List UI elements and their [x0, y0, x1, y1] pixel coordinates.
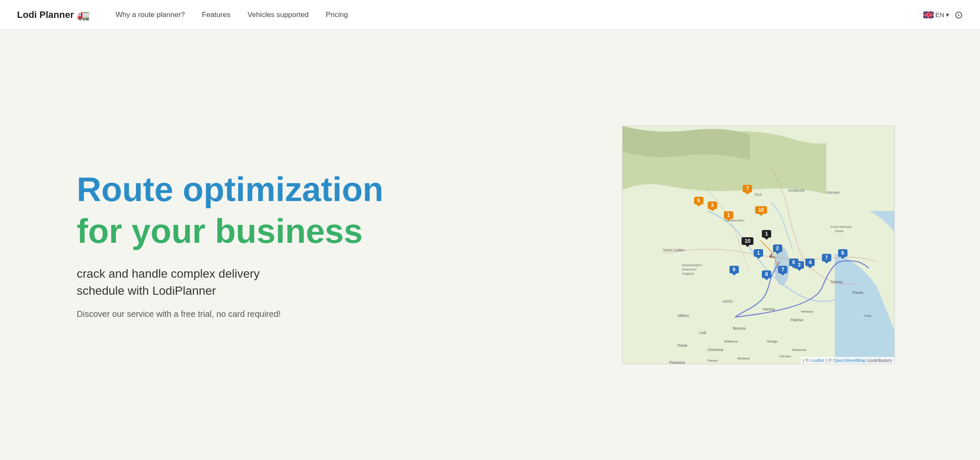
- hero-subtitle: crack and handle complex delivery schedu…: [77, 265, 383, 299]
- language-button[interactable]: EN ▾: [923, 11, 949, 19]
- map-container[interactable]: Sankt Gallen Liechtenstein Tirol Innsbru…: [622, 126, 895, 364]
- hero-section: Route optimization for your business cra…: [0, 30, 980, 460]
- attribution-suffix: contributors: [868, 358, 892, 363]
- marker-blue-3: 3: [795, 261, 804, 269]
- chevron-down-icon: ▾: [946, 11, 949, 19]
- nav-item-features[interactable]: Features: [202, 11, 231, 19]
- user-icon[interactable]: ⊙: [954, 9, 963, 21]
- marker-blue-2: 2: [773, 244, 782, 252]
- logo-text: Lodi Planner: [17, 9, 74, 20]
- marker-blue-8: 8: [762, 270, 771, 278]
- nav-right: EN ▾ ⊙: [923, 9, 963, 21]
- marker-black-1: 1: [762, 230, 771, 238]
- uk-flag-icon: [923, 12, 934, 18]
- hero-title-line2: for your business: [77, 213, 383, 250]
- marker-orange-10: 10: [755, 206, 767, 214]
- marker-orange-5: 5: [694, 197, 703, 204]
- hero-text: Route optimization for your business cra…: [77, 171, 383, 319]
- nav-link-pricing[interactable]: Pricing: [326, 11, 348, 19]
- nav-item-pricing[interactable]: Pricing: [326, 11, 348, 19]
- marker-orange-7: 7: [743, 185, 752, 193]
- nav-link-vehicles[interactable]: Vehicles supported: [248, 11, 309, 19]
- nav-item-vehicles[interactable]: Vehicles supported: [248, 11, 309, 19]
- marker-blue-7a: 7: [778, 266, 787, 273]
- osm-link[interactable]: OpenStreetMap: [833, 358, 866, 363]
- marker-blue-6b: 6: [838, 249, 847, 257]
- marker-blue-9: 9: [729, 266, 739, 273]
- marker-orange-1: 1: [724, 211, 733, 219]
- nav-link-features[interactable]: Features: [202, 11, 231, 19]
- marker-blue-4: 4: [805, 259, 815, 266]
- map-markers: 5 3 1 7 10 10 1 1: [623, 126, 894, 364]
- marker-blue-1: 1: [754, 249, 763, 257]
- marker-blue-7b: 7: [822, 254, 831, 262]
- hero-cta: Discover our service with a free trial, …: [77, 309, 383, 319]
- hero-title-line1: Route optimization: [77, 171, 383, 208]
- map-attribution: | © Leaflet | © OpenStreetMap contributo…: [801, 357, 894, 364]
- leaflet-link[interactable]: Leaflet: [810, 358, 824, 363]
- marker-orange-3: 3: [708, 201, 717, 209]
- marker-black-10: 10: [742, 237, 753, 245]
- logo-truck-icon: 🚛: [77, 9, 90, 21]
- navbar: Lodi Planner 🚛 Why a route planner? Feat…: [0, 0, 980, 30]
- nav-item-why[interactable]: Why a route planner?: [115, 11, 185, 19]
- logo-link[interactable]: Lodi Planner 🚛: [17, 9, 90, 21]
- language-label: EN: [935, 11, 944, 18]
- nav-link-why[interactable]: Why a route planner?: [115, 11, 185, 19]
- nav-links: Why a route planner? Features Vehicles s…: [115, 11, 923, 19]
